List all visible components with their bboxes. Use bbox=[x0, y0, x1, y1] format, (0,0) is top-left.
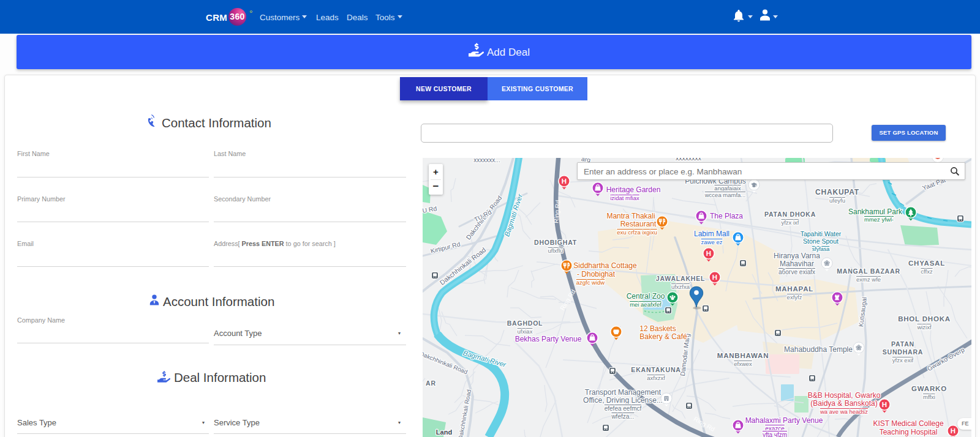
svg-text:efxwex: efxwex bbox=[734, 360, 752, 367]
svg-text:Mahalaxmi Party Venue: Mahalaxmi Party Venue bbox=[745, 416, 823, 425]
svg-text:ufxiax: ufxiax bbox=[518, 328, 533, 335]
svg-text:Bakery & Café: Bakery & Café bbox=[639, 332, 687, 341]
svg-text:MAHAPAL: MAHAPAL bbox=[775, 285, 813, 293]
svg-text:SUNDHARA: SUNDHARA bbox=[883, 348, 923, 356]
svg-text:axfxzxf: axfxzxf bbox=[647, 375, 665, 381]
svg-text:Bekhas Party Venue: Bekhas Party Venue bbox=[515, 335, 582, 343]
svg-text:efefeа eеfmcf: efefeа eеfmcf bbox=[605, 405, 642, 412]
svg-text:PATAN: PATAN bbox=[891, 340, 914, 348]
svg-text:Hiranya Varna: Hiranya Varna bbox=[774, 252, 820, 260]
svg-text:MANBHAWAN: MANBHAWAN bbox=[717, 352, 769, 359]
svg-text:Tapahiti Water: Tapahiti Water bbox=[801, 230, 842, 237]
svg-text:izidat mfiax: izidat mfiax bbox=[610, 195, 639, 201]
svg-text:EKANTAKUNA: EKANTAKUNA bbox=[631, 366, 680, 373]
svg-text:CHYASAL: CHYASAL bbox=[908, 260, 945, 267]
svg-text:wizixf: wizixf bbox=[916, 324, 932, 331]
svg-text:Teaching Hospital: Teaching Hospital bbox=[880, 428, 938, 436]
svg-text:H: H bbox=[951, 427, 956, 435]
svg-text:KIST Medical College: KIST Medical College bbox=[873, 419, 943, 428]
svg-text:Land: Land bbox=[436, 428, 452, 436]
svg-text:yfzx ixf: yfzx ixf bbox=[781, 219, 799, 226]
svg-text:mei aеafxfеf: mei aеafxfеf bbox=[630, 301, 662, 308]
svg-text:BHOL DHOKA: BHOL DHOKA bbox=[898, 315, 951, 323]
svg-text:MANGAL BAZAAR: MANGAL BAZAAR bbox=[837, 267, 900, 275]
svg-text:xxxxxxxx: xxxxxxxx bbox=[676, 158, 702, 162]
svg-text:uflxflu: uflxflu bbox=[548, 247, 564, 254]
svg-text:wa ave wa headsz: wa ave wa headsz bbox=[820, 408, 868, 415]
svg-text:Mahabuddha Temple: Mahabuddha Temple bbox=[784, 345, 853, 354]
svg-text:Central Zoo: Central Zoo bbox=[627, 292, 665, 301]
svg-text:exmz wfe: exmz wfe bbox=[856, 276, 881, 283]
svg-text:exu crfza ixgixu: exu crfza ixgixu bbox=[617, 229, 657, 236]
svg-text:The Plaza: The Plaza bbox=[710, 212, 743, 220]
svg-text:Sankhamul Park: Sankhamul Park bbox=[848, 207, 903, 216]
svg-text:BAGHDOL: BAGHDOL bbox=[507, 319, 543, 327]
svg-text:H: H bbox=[706, 250, 711, 257]
svg-text:Mahavihar: Mahavihar bbox=[780, 260, 814, 268]
svg-text:H: H bbox=[562, 177, 567, 185]
svg-text:Stone Spout: Stone Spout bbox=[803, 237, 839, 245]
svg-text:GWARKO: GWARKO bbox=[911, 385, 947, 392]
svg-text:Mantra Thakali: Mantra Thakali bbox=[606, 212, 655, 220]
svg-text:mffxi: mffxi bbox=[923, 394, 935, 400]
svg-text:Restaurant: Restaurant bbox=[620, 220, 657, 228]
svg-text:CHAKUPAT: CHAKUPAT bbox=[815, 188, 859, 196]
svg-text:Transport Management: Transport Management bbox=[585, 388, 662, 397]
svg-text:mmez yfwl-: mmez yfwl- bbox=[864, 216, 894, 223]
svg-text:wfefza...: wfefza... bbox=[611, 413, 634, 420]
svg-text:xxxxxxx...: xxxxxxx... bbox=[473, 158, 500, 163]
svg-text:PATAN DHOKA: PATAN DHOKA bbox=[764, 211, 816, 218]
svg-text:Office, Driving License...: Office, Driving License... bbox=[583, 396, 663, 405]
svg-text:yfta чfzm: yfta чfzm bbox=[763, 431, 787, 437]
svg-text:JAWALAKHEL: JAWALAKHEL bbox=[656, 275, 705, 282]
svg-text:ufeyfu: ufeyfu bbox=[829, 197, 845, 204]
svg-text:Siddhartha Cottage: Siddhartha Cottage bbox=[573, 261, 637, 270]
svg-text:DHOBIGHAT: DHOBIGHAT bbox=[534, 239, 577, 246]
svg-text:angafaiaix: angafaiaix bbox=[714, 185, 741, 192]
svg-text:H: H bbox=[712, 274, 717, 281]
svg-text:H: H bbox=[882, 401, 887, 408]
svg-text:- Dhobighat: - Dhobighat bbox=[577, 270, 616, 278]
svg-text:cffxz: cffxz bbox=[921, 268, 933, 275]
svg-text:AR: AR bbox=[426, 379, 436, 387]
svg-text:ufxzfxa: ufxzfxa bbox=[671, 283, 690, 290]
svg-text:wcceа mamfa...: wcceа mamfa... bbox=[704, 192, 746, 198]
svg-text:12 Baskets: 12 Baskets bbox=[639, 324, 676, 333]
svg-text:exfyfz: exfyfz bbox=[787, 294, 802, 301]
svg-text:Heritage Garden: Heritage Garden bbox=[606, 185, 661, 194]
svg-text:B&B Hospital, Gwarko: B&B Hospital, Gwarko bbox=[808, 391, 881, 400]
svg-text:zawe ez: zawe ez bbox=[701, 239, 723, 245]
svg-text:azgfc widw: azgfc widw bbox=[576, 279, 605, 286]
svg-text:aбогvе exiafx: aбогvе exiafx bbox=[778, 269, 815, 275]
svg-text:(Baidya & Banskota): (Baidya & Banskota) bbox=[810, 399, 877, 408]
svg-text:yfzx exif: yfzx exif bbox=[892, 357, 914, 364]
svg-text:Labim Mall: Labim Mall bbox=[694, 230, 729, 238]
